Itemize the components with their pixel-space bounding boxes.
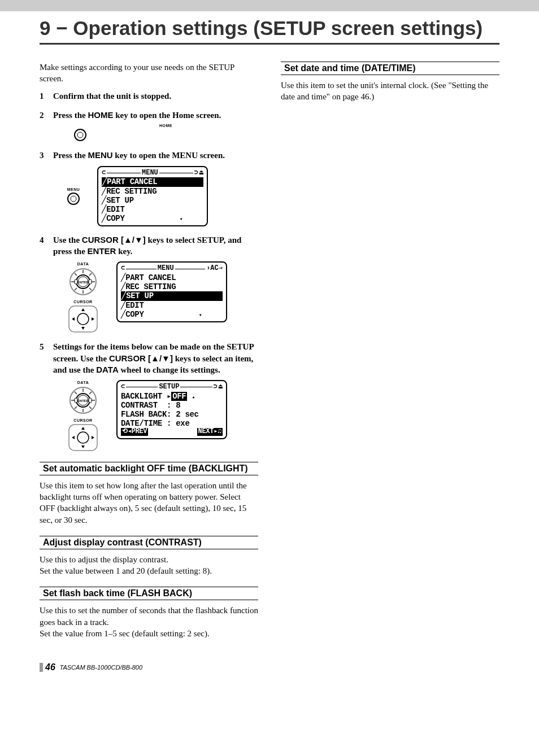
data-key-text: DATA (96, 365, 118, 374)
svg-marker-41 (81, 445, 85, 448)
step-4-text-a: Use the (53, 235, 82, 244)
svg-line-12 (75, 273, 77, 276)
cursor-key-text: CURSOR [▲/▼] (82, 235, 146, 244)
svg-marker-22 (72, 317, 75, 321)
lcd2-row-1: ╱REC SETTING (121, 282, 223, 291)
svg-marker-42 (72, 436, 75, 439)
data-wheel-icon: ENTER (67, 386, 99, 414)
svg-line-14 (75, 288, 77, 290)
menu-button-icon: MENU (67, 187, 80, 206)
data-wheel-icon: ENTER (67, 268, 99, 296)
lcd1-status-icon: ⏏ (199, 169, 203, 177)
step-4: Use the CURSOR [▲/▼] keys to select SETU… (40, 234, 258, 333)
left-column: Make settings according to your use need… (40, 62, 258, 672)
section-flashback-body1: Use this to set the number of seconds th… (40, 605, 258, 628)
lcd2-status-icon: ›AC⇒ (206, 265, 223, 273)
section-contrast-body2: Set the value between 1 and 20 (default … (40, 565, 258, 576)
svg-line-35 (89, 407, 92, 409)
lcd-setup-screen: ⊂SETUP⊃⏏ BACKLIGHT ▸OFF ▴ CONTRAST : 8 F… (116, 380, 227, 439)
svg-point-0 (75, 129, 86, 141)
chapter-title: 9 − Operation settings (SETUP screen set… (40, 17, 499, 40)
svg-line-15 (89, 288, 92, 290)
section-flashback-body2: Set the value from 1–5 sec (default sett… (40, 628, 258, 639)
lcd3-prev: ⟲◂PREV (121, 428, 148, 436)
step-1: Confirm that the unit is stopped. (40, 90, 258, 102)
lcd-menu-screen-1: ⊂MENU⊃⏏ ╱PART CANCEL ╱REC SETTING ╱SET U… (97, 166, 208, 226)
svg-marker-23 (92, 317, 94, 321)
data-wheel-label-2: DATA (67, 380, 99, 385)
lcd3-row-contrast: CONTRAST : 8 (121, 401, 223, 410)
data-wheel-label: DATA (67, 261, 99, 266)
svg-text:ENTER: ENTER (77, 281, 89, 284)
svg-line-13 (89, 273, 92, 276)
svg-point-1 (77, 132, 83, 138)
section-contrast-heading: Adjust display contrast (CONTRAST) (40, 537, 258, 548)
svg-point-19 (77, 313, 89, 325)
step-3: Press the MENU key to open the MENU scre… (40, 150, 258, 226)
menu-key-text: MENU (88, 150, 112, 160)
cursor-key-text-2: CURSOR [▲/▼] (109, 353, 173, 363)
lcd2-row-0: ╱PART CANCEL (121, 273, 223, 282)
page-footer: 46 TASCAM BB-1000CD/BB-800 (40, 662, 258, 672)
title-underline (40, 43, 499, 45)
round-button-icon (67, 192, 80, 206)
lcd1-row-4: ╱COPY ▾ (102, 214, 203, 223)
step-5: Settings for the items below can be made… (40, 341, 258, 452)
svg-line-33 (89, 392, 92, 394)
lcd1-row-3: ╱EDIT (102, 205, 203, 214)
svg-marker-20 (81, 308, 85, 311)
svg-marker-21 (81, 327, 85, 330)
step-3-text-a: Press the (53, 151, 88, 160)
lcd1-row-2: ╱SET UP (102, 196, 203, 205)
footer-model: TASCAM BB-1000CD/BB-800 (60, 664, 143, 671)
step-2-text-a: Press the (53, 111, 88, 120)
cursor-pad-icon (67, 305, 99, 333)
right-column: Set date and time (DATE/TIME) Use this i… (281, 62, 499, 672)
lcd2-title: MENU (158, 265, 174, 273)
lcd3-status-icon: ⏏ (219, 383, 223, 391)
lcd1-row-0: ╱PART CANCEL (102, 177, 203, 186)
svg-rect-36 (75, 398, 77, 403)
lcd2-row-2: ╱SET UP (121, 291, 223, 300)
lcd3-row-backlight: BACKLIGHT ▸OFF ▴ (121, 392, 223, 401)
lcd3-title: SETUP (159, 383, 179, 391)
top-gray-bar (0, 0, 539, 11)
section-flashback: Set flash back time (FLASH BACK) (40, 587, 258, 600)
section-flashback-heading: Set flash back time (FLASH BACK) (40, 588, 258, 598)
lcd3-row-datetime: DATE/TIME : exe (121, 419, 223, 428)
step-5-text-c: wheel to change its settings. (119, 365, 220, 374)
page-number: 46 (45, 662, 55, 672)
step-2: Press the HOME key to open the Home scre… (40, 110, 258, 142)
svg-text:ENTER: ENTER (77, 399, 89, 403)
lcd2-row-3: ╱EDIT (121, 301, 223, 310)
svg-rect-16 (75, 279, 77, 284)
svg-point-3 (71, 196, 76, 202)
svg-marker-43 (92, 436, 94, 439)
svg-rect-17 (89, 279, 92, 284)
section-datetime-heading: Set date and time (DATE/TIME) (281, 63, 499, 73)
cursor-pad-icon (67, 423, 99, 452)
cursor-pad-label-2: CURSOR (67, 418, 99, 423)
cursor-pad-label: CURSOR (67, 299, 99, 304)
svg-point-39 (77, 432, 89, 443)
svg-line-34 (75, 407, 77, 409)
step-2-text-b: key to open the Home screen. (113, 111, 221, 120)
enter-key-text: ENTER (88, 246, 116, 256)
section-contrast: Adjust display contrast (CONTRAST) (40, 536, 258, 549)
section-backlight-heading: Set automatic backlight OFF time (BACKLI… (40, 464, 258, 474)
home-button-label: HOME (73, 123, 258, 128)
section-backlight-body: Use this item to set how long after the … (40, 480, 258, 526)
lcd1-row-1: ╱REC SETTING (102, 187, 203, 196)
svg-point-2 (68, 193, 79, 204)
home-key-text: HOME (88, 110, 113, 120)
lcd3-row-flashback: FLASH BACK: 2 sec (121, 410, 223, 419)
section-backlight: Set automatic backlight OFF time (BACKLI… (40, 462, 258, 475)
menu-button-label: MENU (67, 187, 80, 192)
svg-line-32 (75, 392, 77, 394)
intro-text: Make settings according to your use need… (40, 62, 258, 85)
svg-rect-37 (89, 398, 92, 403)
svg-marker-40 (81, 427, 85, 430)
section-datetime-body: Use this item to set the unit's internal… (281, 80, 499, 103)
lcd-menu-screen-2: ⊂MENU›AC⇒ ╱PART CANCEL ╱REC SETTING ╱SET… (116, 261, 227, 322)
step-3-text-b: key to open the MENU screen. (113, 151, 225, 160)
